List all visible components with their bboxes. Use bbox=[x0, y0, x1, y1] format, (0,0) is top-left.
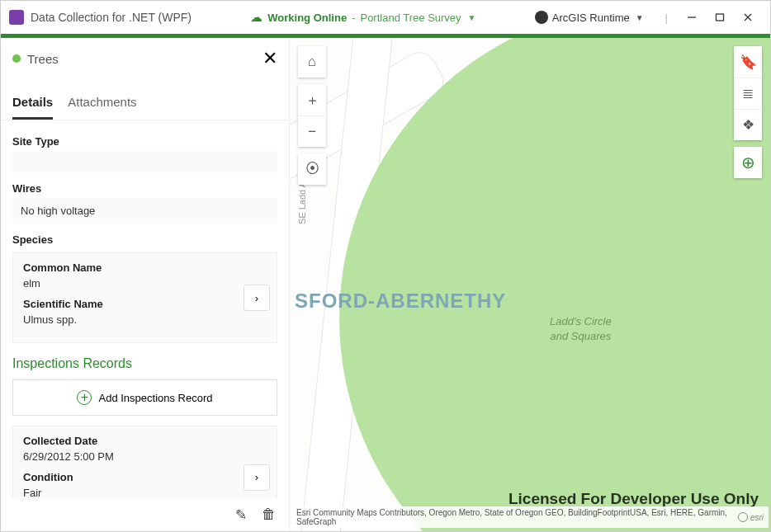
inspection-chevron-button[interactable]: › bbox=[244, 464, 270, 491]
survey-name[interactable]: Portland Tree Survey bbox=[360, 12, 461, 24]
neighborhood-label: SFORD-ABERNETHY bbox=[295, 290, 506, 313]
wires-label: Wires bbox=[12, 182, 277, 195]
divider: | bbox=[665, 12, 668, 24]
runtime-label: ArcGIS Runtime bbox=[552, 12, 630, 24]
status-dot bbox=[12, 54, 21, 63]
condition-value: Fair bbox=[23, 487, 267, 498]
tab-details[interactable]: Details bbox=[12, 88, 53, 120]
zoom-in-button[interactable]: ＋ bbox=[298, 84, 326, 115]
bookmarks-button[interactable]: 🔖 bbox=[734, 46, 762, 78]
esri-logo-icon bbox=[738, 512, 748, 522]
cloud-icon: ☁ bbox=[250, 10, 263, 25]
species-chevron-button[interactable]: › bbox=[244, 285, 270, 311]
attribution-text: Esri Community Maps Contributors, Oregon… bbox=[296, 508, 738, 526]
close-panel-button[interactable]: ✕ bbox=[263, 48, 277, 69]
maximize-button[interactable] bbox=[706, 5, 734, 30]
plus-icon: + bbox=[77, 390, 92, 405]
map-attribution: Esri Community Maps Contributors, Oregon… bbox=[291, 506, 769, 528]
chevron-down-icon: ▼ bbox=[636, 13, 644, 22]
tab-attachments[interactable]: Attachments bbox=[68, 88, 136, 120]
panel-title: Trees bbox=[27, 52, 256, 66]
home-button[interactable]: ⌂ bbox=[298, 46, 326, 78]
zoom-out-button[interactable]: − bbox=[298, 115, 326, 147]
status-text: Working Online bbox=[267, 12, 347, 24]
layers-button[interactable]: ❖ bbox=[734, 109, 762, 140]
license-watermark: Licensed For Developer Use Only bbox=[508, 490, 759, 508]
wires-value: No high voltage bbox=[12, 198, 277, 224]
panel-body[interactable]: Site Type Wires No high voltage Species … bbox=[1, 120, 289, 498]
scientific-name-value: Ulmus spp. bbox=[23, 313, 267, 326]
side-panel: Trees ✕ Details Attachments Site Type Wi… bbox=[1, 38, 290, 531]
separator: - bbox=[352, 12, 355, 24]
app-icon bbox=[9, 10, 24, 25]
common-name-value: elm bbox=[23, 277, 267, 290]
inspection-record[interactable]: Collected Date 6/29/2012 5:00 PM Conditi… bbox=[12, 426, 277, 498]
delete-button[interactable]: 🗑 bbox=[262, 506, 276, 523]
site-type-value bbox=[12, 151, 277, 172]
chevron-right-icon: › bbox=[255, 292, 258, 304]
add-feature-button[interactable]: ⊕ bbox=[734, 147, 762, 178]
collected-date-value: 6/29/2012 5:00 PM bbox=[23, 450, 267, 463]
condition-label: Condition bbox=[23, 471, 267, 483]
chevron-right-icon: › bbox=[255, 471, 258, 483]
edit-button[interactable]: ✎ bbox=[235, 506, 247, 524]
app-title: Data Collection for .NET (WPF) bbox=[31, 11, 192, 24]
minimize-button[interactable] bbox=[678, 5, 706, 30]
common-name-label: Common Name bbox=[23, 261, 267, 274]
map-view[interactable]: SE Ladd Av SFORD-ABERNETHY Ladd's Circle… bbox=[290, 38, 770, 531]
collected-date-label: Collected Date bbox=[23, 435, 267, 447]
park-label: Ladd's Circle and Squares bbox=[550, 314, 612, 344]
locate-button[interactable]: ⦿ bbox=[298, 153, 326, 185]
scientific-name-label: Scientific Name bbox=[23, 298, 267, 310]
title-bar: Data Collection for .NET (WPF) ☁ Working… bbox=[1, 1, 770, 34]
close-button[interactable] bbox=[734, 5, 762, 30]
inspections-title: Inspections Records bbox=[12, 356, 277, 371]
species-group[interactable]: Common Name elm Scientific Name Ulmus sp… bbox=[12, 252, 277, 343]
add-inspection-button[interactable]: + Add Inspections Record bbox=[12, 379, 277, 416]
runtime-dropdown[interactable]: ArcGIS Runtime ▼ bbox=[535, 11, 644, 24]
add-inspection-label: Add Inspections Record bbox=[98, 392, 212, 404]
chevron-down-icon[interactable]: ▼ bbox=[468, 13, 476, 22]
window-controls: | bbox=[655, 5, 762, 30]
legend-button[interactable]: ≣ bbox=[734, 78, 762, 109]
svg-rect-1 bbox=[717, 14, 724, 21]
globe-icon bbox=[535, 11, 548, 24]
esri-credit: esri bbox=[738, 512, 764, 522]
species-label: Species bbox=[12, 233, 277, 246]
site-type-label: Site Type bbox=[12, 135, 277, 148]
